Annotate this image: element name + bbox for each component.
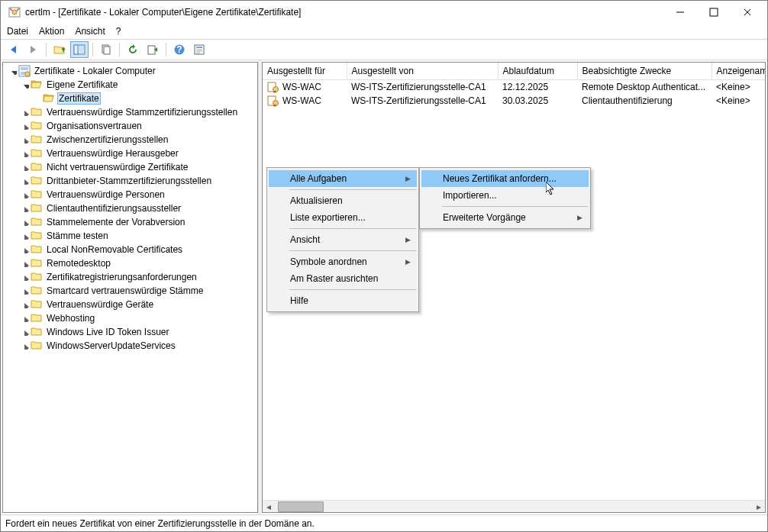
tree-item-label: Drittanbieter-Stammzertifizierungsstelle… — [45, 176, 213, 186]
collapse-icon[interactable] — [8, 66, 18, 76]
expand-icon[interactable] — [20, 231, 31, 241]
properties-button[interactable] — [190, 41, 208, 58]
expand-icon[interactable] — [20, 244, 31, 255]
expand-icon[interactable] — [20, 121, 31, 131]
ctx-request-cert[interactable]: Neues Zertifikat anfordern... — [421, 170, 589, 187]
cell-expiry: 30.03.2025 — [498, 94, 577, 108]
ctx-help-label: Hilfe — [290, 295, 308, 306]
tree-item[interactable]: WindowsServerUpdateServices — [3, 339, 257, 353]
ctx-align-label: Am Raster ausrichten — [290, 273, 378, 284]
col-issued-by[interactable]: Ausgestellt von — [347, 63, 498, 79]
tree-item[interactable]: Remotedesktop — [3, 256, 257, 270]
ctx-view[interactable]: Ansicht ▶ — [269, 231, 417, 248]
menu-divider — [289, 250, 416, 251]
ctx-arrange[interactable]: Symbole anordnen ▶ — [269, 253, 417, 270]
tree-item-label: Vertrauenswürdige Personen — [45, 189, 166, 200]
horizontal-scrollbar[interactable]: ◂ ▸ — [263, 500, 765, 512]
maximize-button[interactable] — [697, 2, 731, 23]
ctx-all-tasks[interactable]: Alle Aufgaben ▶ — [269, 170, 417, 187]
collapse-icon[interactable] — [20, 79, 31, 90]
tree-item-label: Local NonRemovable Certificates — [45, 244, 184, 255]
expand-icon[interactable] — [20, 285, 31, 296]
close-button[interactable] — [731, 2, 764, 23]
expand-icon[interactable] — [20, 299, 31, 310]
ctx-advanced-label: Erweiterte Vorgänge — [443, 212, 526, 223]
toolbar-separator — [46, 43, 47, 56]
expand-icon[interactable] — [20, 107, 31, 118]
expand-icon[interactable] — [20, 134, 31, 145]
tree-certs[interactable]: Zertifikate — [3, 92, 257, 105]
ctx-refresh[interactable]: Aktualisieren — [269, 192, 417, 209]
expand-icon[interactable] — [20, 258, 31, 269]
statusbar: Fordert ein neues Zertifikat von einer Z… — [1, 514, 767, 531]
tree-item[interactable]: Webhosting — [3, 311, 257, 325]
menu-action[interactable]: Aktion — [39, 26, 64, 37]
tree-item[interactable]: Clientauthentifizierungsaussteller — [3, 202, 257, 215]
expand-icon[interactable] — [20, 176, 31, 186]
back-button[interactable] — [4, 41, 22, 58]
tree-item-label: Clientauthentifizierungsaussteller — [45, 203, 182, 214]
tree-item[interactable]: Vertrauenswürdige Geräte — [3, 298, 257, 311]
expand-icon[interactable] — [20, 327, 31, 337]
table-row[interactable]: WS-WACWS-ITS-Zertifizierungsstelle-CA130… — [263, 94, 765, 108]
folder-open-icon — [31, 79, 43, 91]
tree-pane[interactable]: Zertifikate - Lokaler Computer Eigene Ze… — [2, 62, 258, 513]
menu-help[interactable]: ? — [116, 26, 121, 37]
expand-icon[interactable] — [20, 148, 31, 159]
col-issued-to[interactable]: Ausgestellt für — [263, 63, 347, 79]
ctx-import[interactable]: Importieren... — [421, 187, 589, 204]
expand-icon[interactable] — [20, 203, 31, 214]
scroll-thumb[interactable] — [278, 501, 324, 512]
tree-item[interactable]: Nicht vertrauenswürdige Zertifikate — [3, 160, 257, 174]
expand-icon[interactable] — [20, 340, 31, 351]
col-expiry[interactable]: Ablaufdatum — [498, 63, 577, 79]
tree-item[interactable]: Drittanbieter-Stammzertifizierungsstelle… — [3, 174, 257, 188]
show-tree-button[interactable] — [70, 41, 89, 58]
help-button[interactable] — [170, 41, 189, 58]
tree-item[interactable]: Vertrauenswürdige Herausgeber — [3, 147, 257, 160]
copy-button[interactable] — [97, 41, 115, 58]
tree-item[interactable]: Organisationsvertrauen — [3, 119, 257, 133]
export-list-button[interactable] — [144, 41, 162, 58]
expand-icon[interactable] — [20, 272, 31, 282]
folder-open-icon — [43, 92, 55, 105]
table-row[interactable]: WS-WACWS-ITS-Zertifizierungsstelle-CA112… — [263, 79, 765, 94]
tree-item[interactable]: Local NonRemovable Certificates — [3, 243, 257, 256]
tree-item-label: Vertrauenswürdige Stammzertifizierungsst… — [45, 107, 239, 118]
ctx-advanced[interactable]: Erweiterte Vorgänge ▶ — [421, 209, 589, 226]
expand-icon[interactable] — [20, 313, 31, 324]
ctx-export-list[interactable]: Liste exportieren... — [269, 209, 417, 226]
minimize-button[interactable] — [663, 2, 697, 23]
menu-file[interactable]: Datei — [7, 26, 28, 37]
expand-icon[interactable] — [20, 162, 31, 172]
refresh-button[interactable] — [124, 41, 142, 58]
tree-item-label: Zwischenzertifizierungsstellen — [45, 134, 169, 145]
menu-view[interactable]: Ansicht — [75, 26, 105, 37]
cell-expiry: 12.12.2025 — [498, 79, 577, 94]
forward-button[interactable] — [24, 41, 42, 58]
tree-item[interactable]: Windows Live ID Token Issuer — [3, 325, 257, 339]
tree-item[interactable]: Smartcard vertrauenswürdige Stämme — [3, 284, 257, 298]
tree-item[interactable]: Zwischenzertifizierungsstellen — [3, 133, 257, 147]
tree-own-certs[interactable]: Eigene Zertifikate — [3, 78, 257, 92]
scroll-right-icon[interactable]: ▸ — [753, 501, 765, 513]
folder-icon — [31, 189, 43, 201]
col-display-name[interactable]: Anzeigename — [712, 63, 765, 79]
col-purpose[interactable]: Beabsichtigte Zwecke — [577, 63, 712, 79]
ctx-help[interactable]: Hilfe — [269, 292, 417, 309]
submenu-arrow-icon: ▶ — [405, 258, 411, 266]
tree-item[interactable]: Vertrauenswürdige Personen — [3, 188, 257, 202]
tree-item[interactable]: Stämme testen — [3, 229, 257, 243]
expand-icon[interactable] — [20, 189, 31, 200]
up-button[interactable] — [50, 41, 69, 58]
scroll-left-icon[interactable]: ◂ — [263, 501, 275, 513]
expand-icon[interactable] — [20, 217, 31, 227]
tree-item[interactable]: Zertifikatregistrierungsanforderungen — [3, 270, 257, 284]
cell-issued-to: WS-WAC — [263, 80, 347, 94]
ctx-align[interactable]: Am Raster ausrichten — [269, 270, 417, 287]
tree-item[interactable]: Stammelemente der Vorabversion — [3, 215, 257, 229]
context-menu: Alle Aufgaben ▶ Aktualisieren Liste expo… — [266, 167, 419, 312]
toolbar-separator — [92, 43, 93, 56]
tree-root[interactable]: Zertifikate - Lokaler Computer — [3, 64, 257, 78]
tree-item[interactable]: Vertrauenswürdige Stammzertifizierungsst… — [3, 105, 257, 119]
